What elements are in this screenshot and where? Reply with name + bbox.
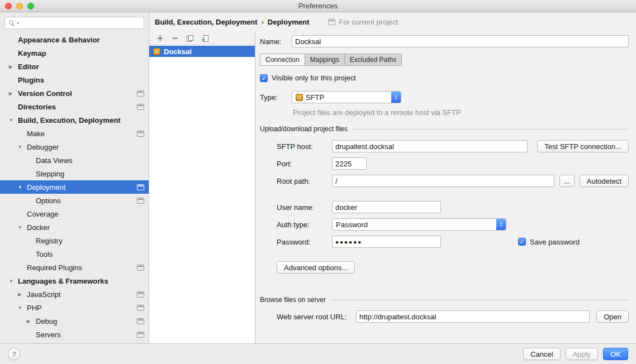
sidebar-item-keymap[interactable]: Keymap	[0, 46, 149, 60]
visible-only-checkbox[interactable]: ✓	[260, 74, 268, 82]
dropdown-stepper-icon: ▲ ▼	[391, 91, 401, 103]
search-caret-icon[interactable]: ▾	[17, 21, 19, 26]
sidebar-item-debug[interactable]: ▶ Debug	[0, 314, 149, 328]
chevron-right-icon[interactable]: ▶	[18, 292, 27, 297]
sidebar-item-appearance-behavior[interactable]: Appearance & Behavior	[0, 33, 149, 46]
settings-tree: Appearance & Behavior Keymap ▶ Editor Pl…	[0, 33, 149, 341]
sftp-server-icon	[153, 48, 160, 55]
deployment-form: Name: Connection Mappings Excluded Paths…	[255, 32, 636, 343]
chevron-down-icon[interactable]: ▼	[18, 305, 27, 310]
dropdown-stepper-icon: ▲ ▼	[496, 218, 506, 231]
save-password-checkbox[interactable]: ✓	[518, 238, 526, 246]
sidebar-item-servers[interactable]: Servers	[0, 328, 149, 341]
name-input[interactable]	[292, 35, 629, 47]
server-list-item-docksal[interactable]: Docksal	[149, 46, 255, 57]
cancel-button[interactable]: Cancel	[523, 348, 560, 360]
sftp-host-input[interactable]	[332, 140, 528, 152]
password-label: Password:	[277, 238, 332, 246]
password-input[interactable]	[332, 236, 441, 248]
sftp-type-icon	[296, 94, 303, 101]
close-button[interactable]	[5, 3, 12, 9]
sidebar-item-options[interactable]: Options	[0, 194, 149, 207]
sidebar-item-tools[interactable]: Tools	[0, 247, 149, 261]
browse-section-header: Browse files on server	[260, 296, 629, 304]
web-root-input[interactable]	[356, 310, 590, 323]
per-project-settings-icon	[137, 291, 144, 298]
web-root-label: Web server root URL:	[277, 313, 356, 321]
sidebar-item-debugger[interactable]: ▼ Debugger	[0, 140, 149, 154]
ok-button[interactable]: OK	[603, 348, 628, 360]
chevron-down-icon[interactable]: ▼	[9, 118, 18, 123]
apply-button[interactable]: Apply	[566, 348, 599, 360]
search-icon	[8, 20, 15, 26]
zoom-button[interactable]	[27, 3, 34, 9]
autodetect-button[interactable]: Autodetect	[580, 175, 629, 187]
chevron-down-icon[interactable]: ▼	[18, 185, 27, 190]
per-project-settings-icon	[137, 318, 144, 324]
settings-sidebar: ▾ Appearance & Behavior Keymap ▶ Editor …	[0, 12, 149, 343]
per-project-settings-icon	[137, 332, 144, 338]
per-project-settings-icon	[328, 19, 335, 25]
auth-type-dropdown[interactable]: Password ▲ ▼	[332, 218, 506, 231]
open-button[interactable]: Open	[596, 310, 629, 323]
browse-root-path-button[interactable]: ...	[559, 175, 575, 187]
settings-tabs: Connection Mappings Excluded Paths	[260, 54, 629, 66]
user-name-label: User name:	[277, 203, 332, 212]
sidebar-item-directories[interactable]: Directories	[0, 100, 149, 113]
port-label: Port:	[277, 160, 332, 168]
search-field[interactable]: ▾	[4, 17, 144, 29]
chevron-down-icon[interactable]: ▼	[9, 279, 18, 284]
sftp-host-label: SFTP host:	[277, 142, 332, 151]
breadcrumb-page[interactable]: Deployment	[268, 18, 309, 26]
sidebar-item-php[interactable]: ▼ PHP	[0, 301, 149, 314]
section-divider	[352, 129, 629, 130]
sidebar-item-editor[interactable]: ▶ Editor	[0, 60, 149, 73]
chevron-right-icon[interactable]: ▶	[9, 91, 18, 96]
chevron-down-icon[interactable]: ▼	[18, 225, 27, 230]
test-sftp-connection-button[interactable]: Test SFTP connection...	[537, 140, 629, 152]
sidebar-item-required-plugins[interactable]: Required Plugins	[0, 261, 149, 274]
sidebar-item-languages-frameworks[interactable]: ▼ Languages & Frameworks	[0, 274, 149, 288]
sidebar-item-build-execution-deployment[interactable]: ▼ Build, Execution, Deployment	[0, 113, 149, 127]
duplicate-server-button[interactable]	[186, 34, 194, 43]
chevron-right-icon[interactable]: ▶	[9, 64, 18, 69]
type-dropdown[interactable]: SFTP ▲ ▼	[292, 91, 401, 103]
chevron-right-icon[interactable]: ▶	[27, 319, 36, 324]
sidebar-item-deployment[interactable]: ▼ Deployment	[0, 180, 149, 194]
tab-connection[interactable]: Connection	[260, 54, 305, 66]
add-server-button[interactable]	[155, 34, 164, 43]
for-current-project-label: For current project	[328, 18, 398, 26]
sidebar-item-version-control[interactable]: ▶ Version Control	[0, 87, 149, 100]
sync-config-icon[interactable]	[201, 34, 210, 43]
name-label: Name:	[260, 37, 292, 46]
per-project-settings-icon	[137, 305, 144, 311]
save-password-row: ✓ Save password	[518, 238, 580, 246]
minimize-button[interactable]	[16, 3, 23, 9]
sidebar-item-data-views[interactable]: Data Views	[0, 154, 149, 167]
sidebar-item-javascript[interactable]: ▶ JavaScript	[0, 288, 149, 301]
user-name-input[interactable]	[332, 201, 441, 213]
breadcrumb: Build, Execution, Deployment › Deploymen…	[149, 12, 636, 32]
help-button[interactable]: ?	[8, 348, 20, 360]
breadcrumb-section[interactable]: Build, Execution, Deployment	[155, 18, 257, 26]
traffic-lights	[5, 3, 34, 9]
sidebar-item-docker[interactable]: ▼ Docker	[0, 221, 149, 234]
type-helper-text: Project files are deployed to a remote h…	[293, 108, 629, 117]
preferences-window: Preferences ▾ Appearance & Behavior Keym…	[0, 0, 636, 364]
search-input[interactable]	[21, 18, 140, 28]
sidebar-item-plugins[interactable]: Plugins	[0, 73, 149, 87]
sidebar-item-coverage[interactable]: Coverage	[0, 207, 149, 221]
root-path-input[interactable]	[332, 175, 554, 187]
remove-server-button[interactable]	[170, 34, 179, 43]
sidebar-item-stepping[interactable]: Stepping	[0, 167, 149, 180]
per-project-settings-icon	[137, 198, 144, 204]
chevron-down-icon[interactable]: ▼	[18, 145, 27, 150]
tab-excluded-paths[interactable]: Excluded Paths	[344, 54, 402, 66]
sidebar-item-make[interactable]: Make	[0, 127, 149, 140]
port-input[interactable]	[332, 157, 367, 170]
tab-mappings[interactable]: Mappings	[305, 54, 345, 66]
per-project-settings-icon	[137, 265, 144, 271]
sidebar-item-registry[interactable]: Registry	[0, 234, 149, 247]
advanced-options-button[interactable]: Advanced options...	[277, 261, 355, 274]
breadcrumb-separator: ›	[261, 18, 263, 26]
